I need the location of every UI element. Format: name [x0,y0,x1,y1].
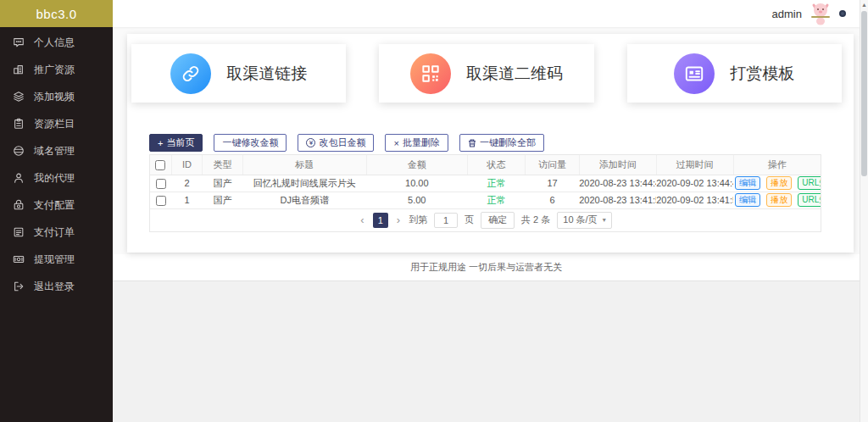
col-actions: 操作 [733,155,821,175]
cell-type: 国产 [203,175,242,192]
delete-all-button[interactable]: 一键删除全部 [459,134,544,152]
cell-visits: 6 [526,192,579,208]
modify-day-amount-button[interactable]: ¥ 改包日金额 [298,134,374,152]
cell-type: 国产 [203,192,242,208]
content-panel: 取渠道链接 取渠道二维码 打赏模板 [127,34,854,253]
reward-template-card[interactable]: 打赏模板 [627,44,842,103]
scrollbar-thumb[interactable] [861,11,867,176]
lock-icon [13,199,25,211]
app-logo: bbc3.0 [0,0,113,27]
play-button[interactable]: 播放 [766,193,792,207]
sidebar-item-label: 推广资源 [34,63,75,77]
template-icon [674,53,715,94]
sidebar-item-label: 我的代理 [34,171,75,186]
videos-table: ID 类型 标题 金额 状态 访问量 添加时间 过期时间 操作 [150,155,821,209]
cell-added: 2020-08-23 13:41:52 [579,192,656,208]
status-badge: 正常 [467,175,526,192]
page-number-active[interactable]: 1 [373,213,388,228]
prev-page-button[interactable]: ‹ [359,214,365,226]
col-status: 状态 [467,155,526,175]
sidebar-item-label: 支付订单 [34,225,75,240]
next-page-button[interactable]: › [395,214,402,226]
building-icon [13,64,25,75]
banknote-icon [13,253,25,265]
goto-page-input[interactable] [434,213,458,228]
edit-button[interactable]: 编辑 [735,193,760,207]
status-badge: 正常 [467,192,526,208]
chat-icon [13,36,25,48]
row-checkbox[interactable] [156,196,166,206]
cell-expires: 2020-09-02 13:44:48 [656,175,733,192]
cell-title: DJ电音频谱 [242,192,366,208]
sidebar-item-payment-orders[interactable]: 支付订单 [0,219,113,246]
col-type: 类型 [203,155,242,175]
col-added: 添加时间 [579,155,656,175]
select-all-checkbox[interactable] [155,160,165,170]
edit-button[interactable]: 编辑 [735,176,760,190]
logout-icon [13,280,25,292]
current-page-button[interactable]: + 当前页 [149,134,203,152]
page-scrollbar[interactable]: ▲ [860,0,868,422]
clipboard-icon [13,118,25,130]
chevron-down-icon: ▾ [603,216,606,224]
table-row: 2 国产 回忆礼规时间线展示片头 10.00 正常 17 2020-08-23 … [150,175,821,192]
sidebar-item-my-agents[interactable]: 我的代理 [0,164,113,192]
select-all-header [150,155,171,175]
modify-amount-button[interactable]: 一键修改金额 [214,134,287,152]
person-icon [13,172,25,184]
sidebar-item-resource-columns[interactable]: 资源栏目 [0,110,113,137]
sidebar-item-personal-info[interactable]: 个人信息 [0,29,113,56]
cell-visits: 17 [526,175,579,192]
sidebar-item-add-video[interactable]: 添加视频 [0,83,113,110]
scroll-up-icon[interactable]: ▲ [860,2,868,8]
status-dot-icon[interactable] [839,10,846,17]
link-icon [170,53,211,94]
row-checkbox[interactable] [156,179,166,189]
sidebar-item-withdrawal-management[interactable]: 提现管理 [0,246,113,273]
data-table-container: ID 类型 标题 金额 状态 访问量 添加时间 过期时间 操作 [149,154,821,232]
url-short-link-button[interactable]: URL短链接 [798,176,821,190]
sidebar-item-label: 退出登录 [34,280,75,294]
cell-id: 1 [171,192,202,208]
sidebar-item-label: 添加视频 [34,90,75,104]
channel-qrcode-card[interactable]: 取渠道二维码 [379,44,593,103]
sidebar-item-logout[interactable]: 退出登录 [0,273,113,300]
per-page-select[interactable]: 10 条/页 ▾ [557,212,611,229]
pagination-bar: ‹ 1 › 到第 页 确定 共 2 条 10 条/页 ▾ [150,209,821,231]
sidebar-item-promo-resources[interactable]: 推广资源 [0,56,113,83]
confirm-button[interactable]: 确定 [481,212,515,229]
channel-link-card[interactable]: 取渠道链接 [131,44,346,103]
trash-icon [468,139,476,147]
col-amount: 金额 [366,155,467,175]
user-avatar[interactable] [810,2,832,25]
plus-icon: + [158,138,163,148]
quick-action-cards: 取渠道链接 取渠道二维码 打赏模板 [127,34,854,103]
sidebar-item-label: 资源栏目 [34,117,75,131]
url-short-link-button[interactable]: URL短链接 [798,193,821,207]
sidebar-item-label: 域名管理 [34,144,75,158]
yen-circle-icon: ¥ [306,138,315,147]
sidebar-item-domain-management[interactable]: 域名管理 [0,137,113,164]
cell-amount: 5.00 [366,192,467,208]
globe-icon [13,145,25,157]
qrcode-icon [410,53,451,94]
table-toolbar: + 当前页 一键修改金额 ¥ 改包日金额 × 批量删除 [149,134,821,152]
col-expires: 过期时间 [656,155,733,175]
total-count-label: 共 2 条 [521,214,550,226]
table-header-row: ID 类型 标题 金额 状态 访问量 添加时间 过期时间 操作 [150,155,821,175]
card-label: 取渠道二维码 [466,63,563,85]
cell-added: 2020-08-23 13:44:48 [579,175,656,192]
cell-expires: 2020-09-02 13:41:52 [656,192,733,208]
cell-amount: 10.00 [366,175,467,192]
sidebar-item-label: 个人信息 [34,36,75,50]
card-label: 打赏模板 [730,63,794,85]
layers-icon [13,91,25,103]
batch-delete-button[interactable]: × 批量删除 [385,134,448,152]
sidebar-item-payment-config[interactable]: 支付配置 [0,192,113,219]
x-icon: × [393,138,398,148]
cell-actions: 编辑 播放 URL短链接 [733,192,821,208]
col-visits: 访问量 [526,155,579,175]
play-button[interactable]: 播放 [766,176,792,190]
goto-suffix-label: 页 [465,214,474,226]
table-row: 1 国产 DJ电音频谱 5.00 正常 6 2020-08-23 13:41:5… [150,192,821,208]
